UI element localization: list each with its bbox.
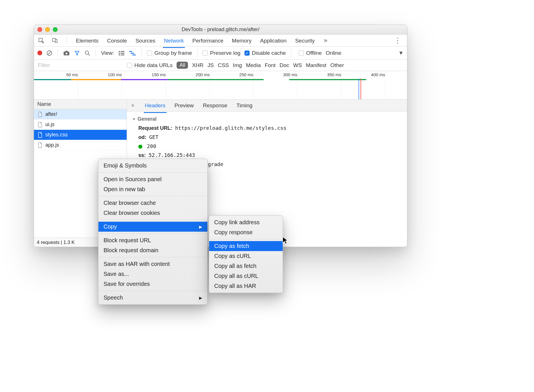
tabs-overflow-icon[interactable]: » bbox=[323, 37, 328, 44]
menu-item-label: Clear browser cookies bbox=[104, 210, 160, 216]
timeline-marker bbox=[361, 78, 361, 99]
menu-item-label: Save as... bbox=[104, 271, 129, 277]
section-general[interactable]: ▼ General bbox=[132, 116, 402, 122]
disable-cache-label: Disable cache bbox=[252, 50, 286, 56]
request-name: after/ bbox=[45, 111, 57, 117]
menu-item[interactable]: Open in Sources panel bbox=[98, 174, 207, 184]
close-window-button[interactable] bbox=[37, 27, 42, 32]
window-title: DevTools - preload.glitch.me/after/ bbox=[181, 27, 259, 33]
tab-performance[interactable]: Performance bbox=[192, 35, 224, 46]
search-icon[interactable] bbox=[84, 50, 90, 56]
screenshot-icon[interactable] bbox=[63, 50, 70, 56]
dtab-headers[interactable]: Headers bbox=[144, 101, 166, 110]
svg-rect-15 bbox=[131, 53, 134, 54]
close-details-icon[interactable]: × bbox=[131, 102, 136, 109]
tab-memory[interactable]: Memory bbox=[231, 35, 252, 46]
timeline-segment bbox=[34, 79, 71, 80]
dtab-preview[interactable]: Preview bbox=[174, 101, 195, 110]
tab-console[interactable]: Console bbox=[106, 35, 128, 46]
menu-item[interactable]: Save for overrides bbox=[98, 279, 207, 289]
group-by-frame-label: Group by frame bbox=[154, 50, 192, 56]
menu-item-label: Save for overrides bbox=[104, 281, 150, 287]
filter-doc[interactable]: Doc bbox=[280, 62, 289, 68]
offline-checkbox[interactable]: Offline bbox=[299, 50, 322, 56]
menu-item[interactable]: Save as... bbox=[98, 269, 207, 279]
minimize-window-button[interactable] bbox=[45, 27, 50, 32]
filter-css[interactable]: CSS bbox=[218, 62, 229, 68]
device-toggle-icon[interactable] bbox=[52, 37, 58, 44]
filter-js[interactable]: JS bbox=[207, 62, 214, 68]
chevron-right-icon: ▶ bbox=[199, 225, 202, 229]
filter-font[interactable]: Font bbox=[265, 62, 276, 68]
menu-item-label: Copy response bbox=[214, 229, 253, 236]
menu-item[interactable]: Block request URL bbox=[98, 235, 207, 245]
tab-security[interactable]: Security bbox=[295, 35, 315, 46]
filter-ws[interactable]: WS bbox=[293, 62, 302, 68]
menu-item[interactable]: Copy▶ bbox=[98, 222, 207, 232]
menu-item[interactable]: Save as HAR with content bbox=[98, 259, 207, 269]
group-by-frame-checkbox[interactable]: Group by frame bbox=[147, 50, 192, 56]
overview-timeline[interactable]: 50 ms100 ms150 ms200 ms250 ms300 ms350 m… bbox=[34, 71, 407, 100]
zoom-window-button[interactable] bbox=[53, 27, 58, 32]
traffic-lights bbox=[37, 27, 58, 32]
menu-item-label: Copy bbox=[104, 223, 117, 230]
filter-all[interactable]: All bbox=[177, 62, 188, 69]
menu-item[interactable]: Copy all as cURL bbox=[209, 271, 283, 281]
clear-icon[interactable] bbox=[46, 50, 52, 56]
large-rows-icon[interactable] bbox=[118, 50, 125, 56]
context-menu-submenu[interactable]: Copy link addressCopy responseCopy as fe… bbox=[209, 215, 283, 293]
svg-rect-12 bbox=[119, 54, 120, 55]
tab-elements[interactable]: Elements bbox=[75, 35, 99, 46]
menu-item[interactable]: Copy all as fetch bbox=[209, 261, 283, 271]
tab-application[interactable]: Application bbox=[260, 35, 287, 46]
disable-cache-checkbox[interactable]: Disable cache bbox=[244, 50, 286, 56]
filter-xhr[interactable]: XHR bbox=[192, 62, 203, 68]
request-list-header[interactable]: Name bbox=[34, 100, 127, 109]
toolbar-chevron-down-icon[interactable]: ▼ bbox=[398, 50, 404, 56]
request-url-label: Request URL: bbox=[138, 125, 172, 131]
filter-input[interactable] bbox=[37, 61, 123, 69]
timeline-segment bbox=[215, 79, 264, 80]
dtab-timing[interactable]: Timing bbox=[236, 101, 253, 110]
menu-item[interactable]: Block request domain bbox=[98, 245, 207, 255]
filter-media[interactable]: Media bbox=[246, 62, 261, 68]
request-row[interactable]: app.js bbox=[34, 140, 127, 150]
menu-item[interactable]: Clear browser cookies bbox=[98, 208, 207, 218]
record-button[interactable] bbox=[37, 50, 42, 55]
request-row[interactable]: ui.js bbox=[34, 120, 127, 130]
request-row[interactable]: styles.css bbox=[34, 130, 127, 140]
dtab-response[interactable]: Response bbox=[202, 101, 228, 110]
menu-item[interactable]: Clear browser cache bbox=[98, 198, 207, 208]
throttle-select[interactable]: Online bbox=[326, 50, 341, 56]
svg-point-7 bbox=[85, 51, 89, 54]
menu-item[interactable]: Copy all as HAR bbox=[209, 281, 283, 291]
waterfall-icon[interactable] bbox=[129, 50, 136, 56]
tab-sources[interactable]: Sources bbox=[135, 35, 156, 46]
svg-point-6 bbox=[66, 52, 67, 54]
menu-item[interactable]: Emoji & Symbols bbox=[98, 161, 207, 171]
menu-item[interactable]: Open in new tab bbox=[98, 184, 207, 194]
menu-item[interactable]: Copy link address bbox=[209, 217, 283, 227]
timeline-bars bbox=[34, 79, 407, 81]
timeline-segment bbox=[289, 79, 366, 80]
menu-item[interactable]: Copy response bbox=[209, 227, 283, 237]
filter-other[interactable]: Other bbox=[330, 62, 344, 68]
timeline-segment bbox=[121, 79, 168, 80]
request-name: ui.js bbox=[45, 122, 54, 128]
tab-network[interactable]: Network bbox=[163, 35, 185, 46]
preserve-log-checkbox[interactable]: Preserve log bbox=[203, 50, 240, 56]
context-menu[interactable]: Emoji & SymbolsOpen in Sources panelOpen… bbox=[98, 159, 208, 305]
status-dot-icon bbox=[138, 145, 142, 149]
svg-rect-13 bbox=[121, 54, 124, 55]
request-row[interactable]: after/ bbox=[34, 109, 127, 120]
menu-item[interactable]: Copy as cURL bbox=[209, 251, 283, 261]
filter-icon[interactable] bbox=[74, 50, 80, 56]
menu-item[interactable]: Copy as fetch bbox=[209, 241, 283, 251]
hide-data-urls-checkbox[interactable]: Hide data URLs bbox=[127, 62, 173, 68]
inspect-icon[interactable] bbox=[38, 37, 44, 44]
menu-item-label: Copy all as fetch bbox=[214, 263, 256, 269]
filter-manifest[interactable]: Manifest bbox=[306, 62, 326, 68]
menu-item-label: Clear browser cache bbox=[104, 200, 156, 206]
filter-img[interactable]: Img bbox=[233, 62, 242, 68]
menu-item[interactable]: Speech▶ bbox=[98, 293, 207, 303]
